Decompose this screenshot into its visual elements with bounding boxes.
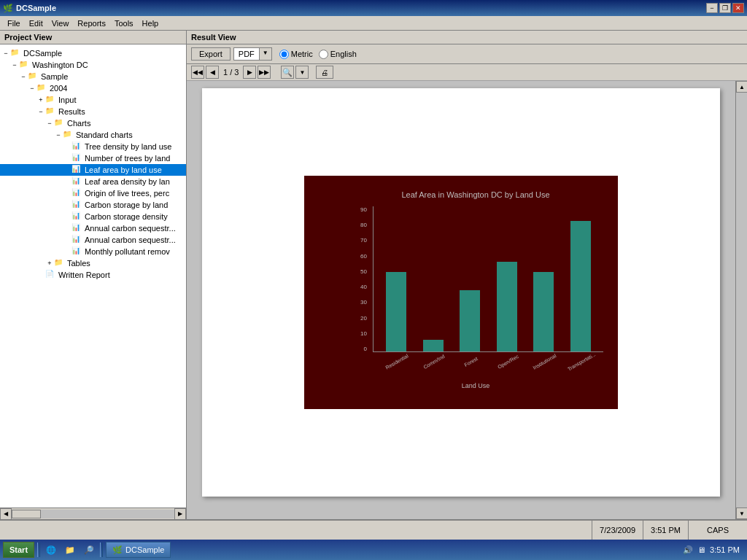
expander[interactable]: −: [36, 108, 45, 115]
restore-button[interactable]: ❐: [719, 3, 731, 13]
scroll-track[interactable]: [12, 510, 174, 518]
tree-label: Carbon storage by land: [85, 201, 168, 209]
result-view-title: Result View: [191, 33, 236, 42]
tree-item-carbon-density[interactable]: 📊 Carbon storage density: [0, 211, 186, 222]
tree-label: Washington DC: [32, 61, 88, 69]
taskbar-divider: [37, 542, 40, 557]
chart-icon: 📊: [71, 141, 83, 152]
status-empty: [0, 521, 592, 540]
tree-item-results[interactable]: − 📁 Results: [0, 106, 186, 117]
tree-item-monthly-pollutant[interactable]: 📊 Monthly pollutant remov: [0, 246, 186, 257]
unit-selector: Metric English: [279, 50, 357, 59]
expander[interactable]: −: [10, 61, 19, 69]
expander[interactable]: −: [54, 131, 63, 139]
tree-item-dcsample[interactable]: − 📁 DCSample: [0, 47, 186, 59]
pdf-arrow[interactable]: ▼: [259, 48, 271, 60]
expander[interactable]: −: [19, 73, 28, 80]
menu-file[interactable]: File: [3, 18, 25, 29]
x-label-open: Open/Rec: [497, 354, 519, 370]
export-button[interactable]: Export: [191, 47, 231, 61]
y-label-90: 90: [360, 206, 367, 213]
tree-item-annual-seq2[interactable]: 📊 Annual carbon sequestr...: [0, 234, 186, 246]
titlebar-controls: − ❐ ✕: [706, 3, 744, 13]
x-label-transportation: Transportati...: [567, 351, 597, 372]
scroll-right-button[interactable]: ▶: [174, 508, 186, 520]
tree-item-tables[interactable]: + 📁 Tables: [0, 257, 186, 269]
expander[interactable]: −: [45, 120, 54, 127]
menu-tools[interactable]: Tools: [110, 18, 138, 29]
tree-item-leaf-area[interactable]: 📊 Leaf area by land use: [0, 164, 186, 176]
tree-container[interactable]: − 📁 DCSample − 📁 Washington DC − 📁 Sampl…: [0, 44, 186, 508]
tree-item-carbon-storage[interactable]: 📊 Carbon storage by land: [0, 199, 186, 211]
tree-item-annual-seq1[interactable]: 📊 Annual carbon sequestr...: [0, 222, 186, 234]
tree-label: Written Report: [58, 271, 110, 279]
zoom-dropdown[interactable]: ▼: [295, 66, 309, 79]
systray-icon2: 🖥: [697, 545, 705, 554]
tree-item-written-report[interactable]: 📄 Written Report: [0, 269, 186, 281]
next-page-button[interactable]: ▶: [243, 66, 256, 79]
taskbar-launch-icon[interactable]: 🔎: [81, 542, 97, 558]
tree-label: 2004: [50, 84, 67, 93]
chart-icon: 📊: [71, 235, 83, 245]
titlebar-left: 🌿 DCSample: [3, 4, 56, 13]
x-axis-title: Land Use: [348, 382, 603, 389]
first-page-button[interactable]: ◀◀: [191, 66, 204, 79]
print-button[interactable]: 🖨: [316, 66, 333, 79]
english-radio-input[interactable]: [319, 50, 328, 59]
menu-view[interactable]: View: [47, 18, 74, 29]
tree-item-origin[interactable]: 📊 Origin of live trees, perc: [0, 187, 186, 199]
tree-label: Leaf area by land use: [85, 166, 162, 174]
taskbar-folder-icon[interactable]: 📁: [62, 542, 78, 558]
toolbar-row: Export PDF ▼ Metric English: [187, 44, 747, 64]
scroll-thumb[interactable]: [12, 510, 41, 518]
expander[interactable]: +: [36, 96, 45, 104]
taskbar-ie-icon[interactable]: 🌐: [43, 542, 59, 558]
tree-item-number-trees[interactable]: 📊 Number of trees by land: [0, 152, 186, 164]
chart-title: Leaf Area in Washington DC by Land Use: [348, 190, 603, 199]
left-scrollbar[interactable]: ◀ ▶: [0, 508, 186, 519]
english-radio[interactable]: English: [319, 50, 357, 59]
app-icon: 🌿: [3, 4, 13, 13]
y-label-80: 80: [360, 222, 367, 228]
taskbar-right: 🔊 🖥 3:51 PM: [678, 545, 744, 555]
tree-label: Input: [58, 96, 76, 104]
tree-item-input[interactable]: + 📁 Input: [0, 94, 186, 106]
metric-radio[interactable]: Metric: [279, 50, 313, 59]
zoom-button[interactable]: 🔍: [281, 66, 294, 79]
scroll-down-button[interactable]: ▼: [736, 508, 747, 519]
minimize-button[interactable]: −: [706, 3, 718, 13]
tree-item-charts[interactable]: − 📁 Charts: [0, 117, 186, 129]
bar-transportation: [570, 221, 591, 351]
tree-item-standard-charts[interactable]: − 📁 Standard charts: [0, 129, 186, 141]
expander[interactable]: +: [45, 260, 54, 267]
menu-edit[interactable]: Edit: [25, 18, 47, 29]
expander[interactable]: −: [28, 85, 36, 92]
status-caps: CAPS: [689, 521, 747, 540]
menu-help[interactable]: Help: [138, 18, 163, 29]
taskbar-dcsample[interactable]: 🌿 DCSample: [106, 542, 171, 558]
tree-item-sample[interactable]: − 📁 Sample: [0, 71, 186, 82]
pdf-dropdown[interactable]: PDF ▼: [233, 47, 272, 61]
tree-label: Number of trees by land: [85, 154, 170, 163]
tree-label: Monthly pollutant remov: [85, 247, 170, 256]
right-scrollbar[interactable]: ▲ ▼: [735, 81, 747, 519]
taskbar-app-label: DCSample: [125, 545, 164, 554]
expander[interactable]: −: [1, 50, 10, 57]
close-button[interactable]: ✕: [732, 3, 744, 13]
folder-icon: 📁: [19, 60, 31, 70]
tree-item-tree-density[interactable]: 📊 Tree density by land use: [0, 141, 186, 152]
start-button[interactable]: Start: [3, 542, 34, 558]
tree-item-2004[interactable]: − 📁 2004: [0, 82, 186, 94]
bar-residential: [386, 272, 406, 351]
metric-radio-input[interactable]: [279, 50, 289, 59]
scroll-up-button[interactable]: ▲: [736, 81, 747, 93]
menu-reports[interactable]: Reports: [73, 18, 110, 29]
prev-page-button[interactable]: ◀: [206, 66, 219, 79]
last-page-button[interactable]: ▶▶: [258, 66, 271, 79]
tree-item-leaf-density[interactable]: 📊 Leaf area density by lan: [0, 176, 186, 187]
scroll-track[interactable]: [736, 93, 747, 508]
scroll-left-button[interactable]: ◀: [0, 508, 12, 520]
folder-icon: 📁: [54, 118, 66, 128]
tree-item-washington[interactable]: − 📁 Washington DC: [0, 59, 186, 71]
folder-icon: 📁: [10, 48, 22, 58]
